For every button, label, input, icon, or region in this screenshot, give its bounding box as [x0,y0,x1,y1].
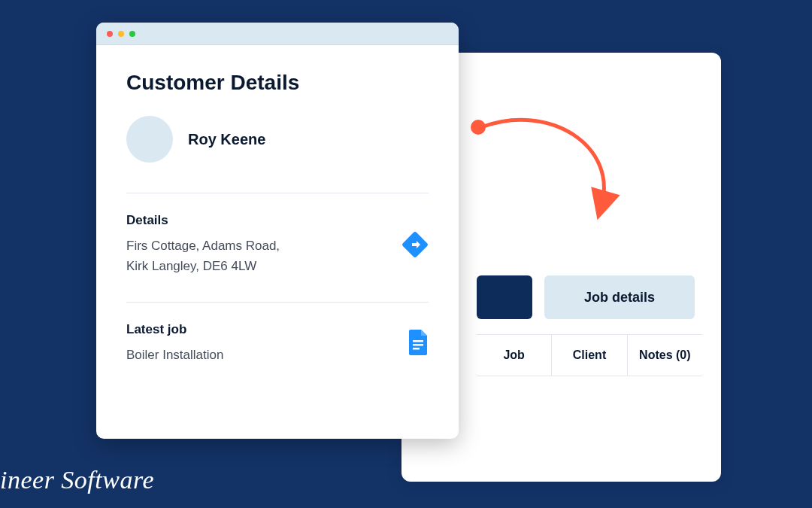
col-client[interactable]: Client [552,335,627,376]
page-title: Customer Details [126,71,429,95]
svg-rect-1 [413,340,423,342]
address-line-1: Firs Cottage, Adams Road, [126,236,280,256]
svg-rect-3 [413,348,420,350]
divider [126,302,429,303]
details-section: Details Firs Cottage, Adams Road, Kirk L… [126,213,429,276]
avatar [126,116,173,163]
customer-name: Roy Keene [188,131,265,148]
col-job[interactable]: Job [477,335,552,376]
customer-details-window: Customer Details Roy Keene Details Firs … [96,23,459,439]
tab-job-details[interactable]: Job details [544,275,695,319]
close-icon[interactable] [107,31,113,37]
customer-row: Roy Keene [126,116,429,163]
directions-icon[interactable] [401,231,429,258]
details-heading: Details [126,213,280,228]
minimize-icon[interactable] [118,31,124,37]
job-table-header: Job Client Notes (0) [477,334,702,376]
window-body: Customer Details Roy Keene Details Firs … [96,45,459,366]
job-tabs: Job details [477,275,695,319]
latest-job-heading: Latest job [126,322,223,337]
address-line-2: Kirk Langley, DE6 4LW [126,256,280,276]
svg-rect-2 [413,344,423,346]
col-notes[interactable]: Notes (0) [628,335,702,376]
watermark-text: ineer Software [0,466,154,494]
maximize-icon[interactable] [129,31,135,37]
latest-job-value: Boiler Installation [126,345,223,365]
window-titlebar [96,23,459,45]
document-icon[interactable] [408,330,429,358]
divider [126,193,429,193]
latest-job-section: Latest job Boiler Installation [126,322,429,365]
tab-hidden[interactable] [477,275,532,319]
tab-job-details-label: Job details [584,290,655,306]
